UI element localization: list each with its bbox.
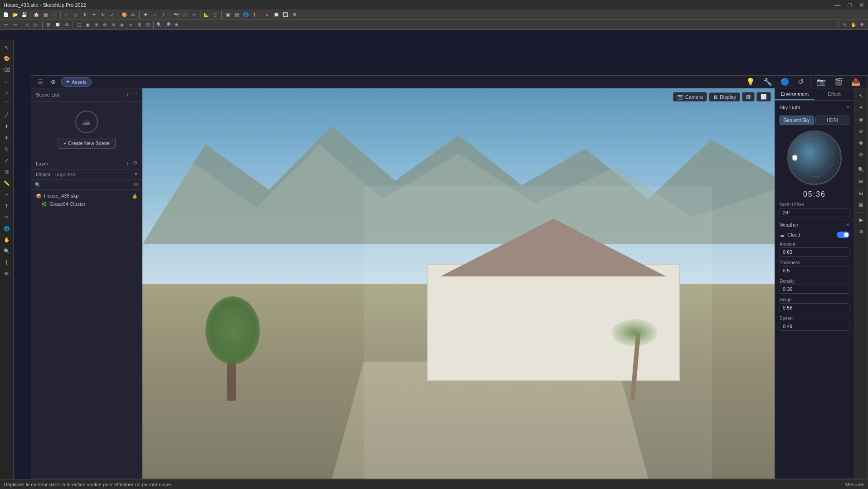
arr1-icon[interactable]: ◁: [23, 21, 31, 29]
grid-icon[interactable]: ⊞: [44, 21, 53, 29]
lt-orbit[interactable]: 🌐: [1, 223, 12, 234]
rt-tool-8[interactable]: ⊞: [856, 176, 867, 187]
lt-offset[interactable]: ⧉: [1, 166, 12, 177]
thickness-input[interactable]: 0.5: [780, 266, 849, 275]
camera1-icon[interactable]: 📷: [172, 11, 180, 19]
speed-input[interactable]: 0.49: [780, 322, 849, 331]
camera2-icon[interactable]: 🎥: [181, 11, 189, 19]
display-button[interactable]: 🖥 Display: [709, 92, 740, 102]
camera-button[interactable]: 📷 Camera: [673, 92, 707, 102]
scene-add-icon[interactable]: +: [126, 91, 130, 98]
view-mode-button[interactable]: ▦: [742, 92, 755, 102]
lt-push[interactable]: ⬆: [1, 121, 12, 132]
tb-extra5[interactable]: ⊘: [109, 21, 117, 29]
lt-look[interactable]: 👁: [1, 268, 12, 279]
lt-text[interactable]: T: [1, 200, 12, 211]
lt-tape[interactable]: 📏: [1, 178, 12, 189]
rt-tool-11[interactable]: ▶: [856, 214, 867, 225]
section-icon[interactable]: ✂: [190, 11, 198, 19]
cursor-icon[interactable]: ↖: [841, 21, 849, 29]
rotate-icon[interactable]: ↻: [99, 11, 107, 19]
lt-paint[interactable]: 🎨: [1, 53, 12, 64]
density-input[interactable]: 0.36: [780, 285, 849, 294]
bulb-icon[interactable]: 💡: [743, 77, 758, 87]
tab-environment[interactable]: Environment: [775, 88, 814, 100]
save-icon[interactable]: 💾: [20, 11, 28, 19]
tb-extra1[interactable]: ▢: [75, 21, 83, 29]
rt-tool-2[interactable]: ✦: [856, 102, 867, 113]
lt-walk[interactable]: 🚶: [1, 257, 12, 268]
tb-extra11[interactable]: 🔎: [164, 21, 172, 29]
lt-circle[interactable]: ○: [1, 87, 12, 98]
lt-zoom[interactable]: 🔍: [1, 246, 12, 257]
scale-icon[interactable]: ⤢: [108, 11, 116, 19]
gear2-icon[interactable]: ⚙: [63, 21, 71, 29]
home-icon[interactable]: 🏠: [32, 11, 40, 19]
lt-section[interactable]: ✂: [1, 212, 12, 223]
tb-extra6[interactable]: ◈: [118, 21, 126, 29]
video-icon[interactable]: 🎬: [831, 77, 846, 87]
list-item[interactable]: 🌿 Grass04 Cluster: [31, 200, 142, 208]
tb-extra9[interactable]: ⊟: [144, 21, 152, 29]
walk-icon[interactable]: 🚶: [251, 11, 259, 19]
object-search-input[interactable]: [42, 182, 132, 187]
open-icon[interactable]: 📂: [11, 11, 19, 19]
view2-icon[interactable]: ▤: [233, 11, 241, 19]
object-collapse-icon[interactable]: ▾: [135, 171, 137, 177]
weather-section-header[interactable]: Weather ▾: [775, 219, 854, 230]
paint-icon[interactable]: 🎨: [120, 11, 128, 19]
redo-icon[interactable]: ↪: [11, 21, 19, 29]
tb-extra4[interactable]: ⊗: [101, 21, 109, 29]
new-icon[interactable]: 📄: [2, 11, 10, 19]
grid-view-icon[interactable]: ⊞: [134, 181, 138, 188]
shape-icon[interactable]: ◇: [72, 11, 80, 19]
lt-rect[interactable]: □: [1, 76, 12, 87]
layer-header[interactable]: Layer + ⚙: [31, 158, 142, 169]
circle-icon[interactable]: 🔵: [778, 77, 792, 87]
lt-rotate[interactable]: ↻: [1, 144, 12, 155]
render-icon[interactable]: ●: [263, 11, 271, 19]
lt-pan[interactable]: ✋: [1, 234, 12, 245]
app-viewport[interactable]: 📷 Camera 🖥 Display ▦ ⬜: [142, 88, 775, 479]
minimize-btn[interactable]: —: [834, 1, 841, 9]
dim-icon[interactable]: ↔: [151, 11, 159, 19]
rt-tool-1[interactable]: ↖: [856, 90, 867, 101]
extra3-icon[interactable]: ⚙: [290, 11, 298, 19]
lt-move[interactable]: ✛: [1, 132, 12, 143]
hand-icon[interactable]: ✋: [849, 21, 858, 29]
tb-extra10[interactable]: 🔍: [155, 21, 163, 29]
text-icon[interactable]: T: [160, 11, 168, 19]
rt-tool-9[interactable]: ⊟: [856, 188, 867, 199]
refresh-icon[interactable]: ↺: [795, 77, 806, 87]
rt-tool-10[interactable]: ⊠: [856, 199, 867, 210]
close-btn[interactable]: ✕: [859, 1, 864, 9]
rt-tool-4[interactable]: ⊕: [856, 126, 867, 136]
lt-line[interactable]: ╱: [1, 110, 12, 121]
cube-icon[interactable]: ⬛: [50, 11, 59, 19]
lt-scale[interactable]: ⤢: [1, 155, 12, 166]
extra1-icon[interactable]: 🔲: [272, 11, 280, 19]
expand-button[interactable]: ⬜: [756, 92, 771, 102]
list-item[interactable]: 📦 House_435.skp 🔒: [31, 192, 142, 200]
proto-icon[interactable]: ⬡: [211, 11, 219, 19]
scene-more-icon[interactable]: ⋯: [132, 91, 137, 98]
height-input[interactable]: 0.56: [780, 303, 849, 312]
lt-eraser[interactable]: ⌫: [1, 64, 12, 75]
tb-extra7[interactable]: ⋄: [127, 21, 135, 29]
lt-arc[interactable]: ⌒: [1, 98, 12, 109]
app-save-icon[interactable]: ⊕: [49, 78, 57, 86]
hdri-button[interactable]: HDRI: [815, 116, 849, 125]
undo-icon[interactable]: ↩: [2, 21, 10, 29]
push-icon[interactable]: ⬆: [81, 11, 89, 19]
tb-extra2[interactable]: ◉: [83, 21, 92, 29]
hamburger-icon[interactable]: ☰: [36, 77, 45, 87]
sky-direction-wheel[interactable]: [787, 131, 842, 185]
sky-light-chevron[interactable]: ▾: [847, 104, 849, 110]
snap-icon[interactable]: 🔲: [54, 21, 62, 29]
move-icon[interactable]: ✛: [90, 11, 98, 19]
layer-settings-icon[interactable]: ⚙: [133, 160, 137, 167]
geo-sky-button[interactable]: Geo and Sky: [780, 116, 814, 125]
tab-effect[interactable]: Effect: [814, 88, 854, 100]
wrench-icon[interactable]: 🔧: [761, 77, 775, 87]
lt-dim[interactable]: ↔: [1, 189, 12, 200]
